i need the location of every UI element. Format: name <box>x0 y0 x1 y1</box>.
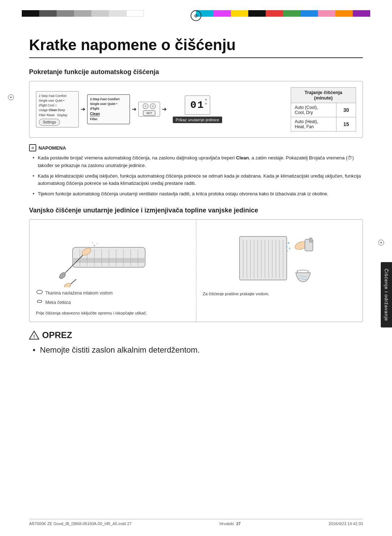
caution-list: Nemojte čistiti zaslon alkalnim deterdže… <box>29 344 363 356</box>
svg-point-16 <box>92 242 93 243</box>
clean-highlighted-text: Clean <box>90 112 100 116</box>
section1-heading: Pokretanje funkcije automatskog čišćenja <box>29 68 363 76</box>
note-item-3: Tijekom funkcije automatskog čišćenja un… <box>33 190 363 198</box>
cleaning-left-panel: Tkanina navlažena mlakom vodom Meka četk… <box>29 220 196 322</box>
remote2-line2: Single user Quiet • <box>90 102 127 106</box>
inner-unit-label: Prikaz unutarnje jedinice <box>173 115 222 123</box>
remote-line4: Usage Clean Beep <box>39 108 76 113</box>
page-title: Kratke napomene o čišćenju <box>29 36 363 58</box>
right-cleaning-note: Za čišćenje prašine prskajte vodom. <box>203 291 356 297</box>
caution-title: ! OPREZ <box>29 330 363 340</box>
settings-btn-area: Settings <box>39 119 76 125</box>
dot-top <box>205 99 207 101</box>
diagram-flow: 2 Step Fast Comfort Single user Quiet • … <box>36 91 291 127</box>
display-value: 01 <box>190 100 205 111</box>
remote2-line5: Filter <box>90 117 127 122</box>
section2-heading: Vanjsko čišćenje unutarnje jedinice i iz… <box>29 207 363 214</box>
right-illustration <box>203 226 356 287</box>
sidebar-tab: Čišćenje i održavanje <box>381 262 392 328</box>
caution-item-1: Nemojte čistiti zaslon alkalnim deterdže… <box>33 344 363 356</box>
svg-rect-20 <box>37 300 42 302</box>
btn-next[interactable]: > <box>150 103 156 109</box>
note-item-1: Kada postavite brojač vremena automatsko… <box>33 154 363 170</box>
svg-point-40 <box>287 250 288 251</box>
caution-label: OPREZ <box>42 330 72 340</box>
remote-line2: Single user Quiet • <box>39 98 76 103</box>
svg-point-15 <box>97 243 98 244</box>
diagram-box: 2 Step Fast Comfort Single user Quiet • … <box>29 81 363 138</box>
caption-cloth: Tkanina navlažena mlakom vodom <box>45 290 113 296</box>
caution-section: ! OPREZ Nemojte čistiti zaslon alkalnim … <box>29 330 363 356</box>
svg-point-39 <box>289 248 290 249</box>
cleaning-right-panel: Za čišćenje prašine prskajte vodom. <box>196 220 363 322</box>
table-cell-value-1: 30 <box>336 103 356 117</box>
arrow-1: ➜ <box>79 106 87 113</box>
settings-button[interactable]: Settings <box>39 119 60 126</box>
remote-panel-1: 2 Step Fast Comfort Single user Quiet • … <box>36 91 79 127</box>
remote-panel-2: 2-Step Fast Comfort Single user Quiet • … <box>87 94 130 124</box>
footer-center: Hrvatski 27 <box>220 521 241 526</box>
svg-point-12 <box>58 272 67 280</box>
note-icon: ≡ <box>29 144 36 151</box>
svg-point-19 <box>37 290 42 294</box>
nav-buttons-panel: < > SET <box>138 102 160 117</box>
svg-rect-36 <box>309 238 312 242</box>
svg-point-38 <box>286 246 287 247</box>
nav-btn-row: < > <box>143 103 156 109</box>
table-row-2: Auto (Heat),Heat, Fan 15 <box>291 117 356 131</box>
note-heading: ≡ NAPOMENA <box>29 144 363 151</box>
duration-header: Trajanje čišćenja (minute) <box>291 88 356 103</box>
left-cleaning-note: Prije čišćenja obavezno isključite oprem… <box>36 310 189 316</box>
table-cell-label-2: Auto (Heat),Heat, Fan <box>291 117 336 131</box>
footer: AR7000K ZE Good_IB_DB68-06160A-00_HR_A5.… <box>29 519 363 526</box>
dot-bottom <box>205 103 207 105</box>
display-dots <box>205 99 207 105</box>
inner-unit-display: 01 Prikaz unutarnje jedinice <box>168 96 226 123</box>
indoor-unit-svg <box>54 226 171 287</box>
page-number: 27 <box>236 521 241 526</box>
svg-point-18 <box>64 282 72 287</box>
cloth-icon <box>36 289 43 295</box>
cleaning-diagrams: Tkanina navlažena mlakom vodom Meka četk… <box>29 219 363 322</box>
duration-table: Trajanje čišćenja (minute) Auto (Cool),C… <box>291 87 356 131</box>
arrow-3: ➜ <box>160 106 168 113</box>
footer-left: AR7000K ZE Good_IB_DB68-06160A-00_HR_A5.… <box>29 521 132 526</box>
remote-line3: d'light Cool □ <box>39 103 76 108</box>
svg-point-14 <box>94 245 95 246</box>
caption-brush: Meka četkica <box>45 300 71 306</box>
btn-set[interactable]: SET <box>143 110 155 116</box>
btn-prev[interactable]: < <box>143 103 148 109</box>
main-content: Kratke napomene o čišćenju Pokretanje fu… <box>0 0 392 385</box>
caution-triangle-icon: ! <box>29 331 39 340</box>
note-title: NAPOMENA <box>38 145 66 151</box>
remote2-line1: 2-Step Fast Comfort <box>90 97 127 102</box>
table-cell-label-1: Auto (Cool),Cool, Dry <box>291 103 336 117</box>
note-list: Kada postavite brojač vremena automatsko… <box>29 154 363 198</box>
remote2-line3: d'light <box>90 106 127 111</box>
reg-mark-left <box>8 94 14 100</box>
remote-line1: 2 Step Fast Comfort <box>39 94 76 98</box>
note-item-2: Kada je klimatizacijski uređaj isključen… <box>33 172 363 188</box>
svg-point-37 <box>287 242 289 244</box>
arrow-2: ➜ <box>130 106 138 113</box>
table-row-1: Auto (Cool),Cool, Dry 30 <box>291 103 356 117</box>
brush-icon <box>36 299 43 304</box>
svg-text:!: ! <box>33 334 35 339</box>
table-cell-value-2: 15 <box>336 117 356 131</box>
remote-line5: Filter Reset Display <box>39 113 76 118</box>
footer-right: 2016/4/23 14:42:33 <box>328 521 363 526</box>
note-box: ≡ NAPOMENA Kada postavite brojač vremena… <box>29 144 363 198</box>
left-illustration <box>36 226 189 287</box>
remote2-highlight-row: Clean <box>90 111 127 117</box>
reg-mark-right <box>378 240 384 245</box>
outdoor-unit-svg <box>225 226 334 287</box>
